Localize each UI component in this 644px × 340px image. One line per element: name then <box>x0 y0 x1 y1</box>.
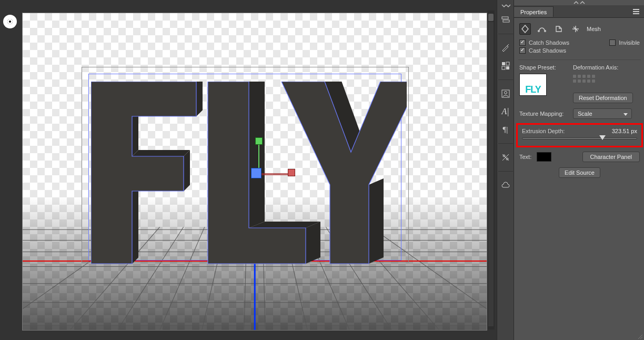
swatches-icon[interactable] <box>499 59 512 72</box>
svg-marker-23 <box>132 110 138 156</box>
collapsed-panel-strip: A| ¶| <box>497 0 514 340</box>
svg-marker-29 <box>91 82 196 264</box>
property-mode-row: Mesh <box>519 22 640 38</box>
svg-rect-42 <box>503 20 509 22</box>
svg-marker-27 <box>132 185 138 264</box>
svg-rect-46 <box>506 66 509 69</box>
layers-icon[interactable] <box>499 14 512 26</box>
character-panel-button[interactable]: Character Panel <box>582 152 640 162</box>
checkbox-cast-shadows[interactable] <box>519 47 526 54</box>
label-shape-preset: Shape Preset: <box>519 64 566 71</box>
3d-canvas[interactable] <box>22 13 487 331</box>
svg-point-48 <box>504 92 507 94</box>
cloud-icon[interactable] <box>499 179 512 192</box>
extrusion-depth-value[interactable]: 323.51 px <box>612 128 637 134</box>
label-texture-mapping: Texture Mapping: <box>519 111 566 117</box>
panel-resize-grip-icon[interactable] <box>637 334 642 339</box>
mode-deform-icon[interactable] <box>536 23 548 35</box>
svg-rect-43 <box>502 62 505 65</box>
expand-panels-icon[interactable] <box>497 3 514 8</box>
edit-source-button[interactable]: Edit Source <box>559 167 600 178</box>
reset-deformation-button[interactable]: Reset Deformation <box>573 93 633 103</box>
svg-line-56 <box>638 335 642 339</box>
paragraph-icon[interactable]: ¶| <box>503 123 508 136</box>
world-axis-widget[interactable] <box>3 15 17 28</box>
texture-mapping-value: Scale <box>578 111 592 117</box>
mode-label: Mesh <box>587 26 601 32</box>
extrusion-depth-slider-handle[interactable] <box>599 135 606 140</box>
mode-mesh-icon[interactable] <box>519 23 531 35</box>
svg-marker-39 <box>369 178 384 264</box>
deformation-axis-picker[interactable] <box>573 75 598 88</box>
mode-coordinates-icon[interactable] <box>570 23 581 35</box>
collapse-panel-icon[interactable] <box>514 0 644 5</box>
checkbox-invisible[interactable] <box>609 39 616 46</box>
mode-cap-icon[interactable] <box>553 23 565 35</box>
adjustments-icon[interactable] <box>499 151 512 164</box>
label-text: Text: <box>519 154 531 160</box>
3d-text-object[interactable] <box>91 82 407 276</box>
type-a-icon[interactable]: A| <box>501 105 509 118</box>
label-invisible: Invisible <box>619 39 640 46</box>
properties-panel: Properties Mesh <box>514 0 644 340</box>
svg-line-57 <box>640 337 642 339</box>
extrusion-depth-highlight: Extrusion Depth: 323.51 px <box>516 123 643 147</box>
svg-marker-24 <box>132 150 190 156</box>
label-extrusion-depth: Extrusion Depth: <box>522 128 565 134</box>
svg-rect-44 <box>506 62 509 65</box>
shape-preset-thumbnail[interactable]: FLY <box>519 74 547 96</box>
texture-mapping-select[interactable]: Scale <box>573 108 632 119</box>
svg-marker-31 <box>249 82 265 228</box>
svg-marker-33 <box>306 222 320 264</box>
svg-rect-45 <box>502 66 505 69</box>
text-color-swatch[interactable] <box>537 152 551 162</box>
panel-menu-icon[interactable] <box>630 7 642 16</box>
tab-properties[interactable]: Properties <box>514 6 554 17</box>
viewport-area <box>0 0 497 340</box>
brush-icon[interactable] <box>499 42 512 54</box>
label-cast-shadows: Cast Shadows <box>529 47 566 54</box>
extrusion-depth-slider[interactable] <box>522 137 637 139</box>
label-catch-shadows: Catch Shadows <box>529 39 569 46</box>
checkbox-catch-shadows[interactable] <box>519 39 526 46</box>
svg-rect-41 <box>502 17 508 19</box>
label-deformation-axis: Deformation Axis: <box>573 64 618 71</box>
canvas-vertical-scrollbar[interactable] <box>487 11 495 329</box>
character-icon[interactable] <box>499 87 512 100</box>
